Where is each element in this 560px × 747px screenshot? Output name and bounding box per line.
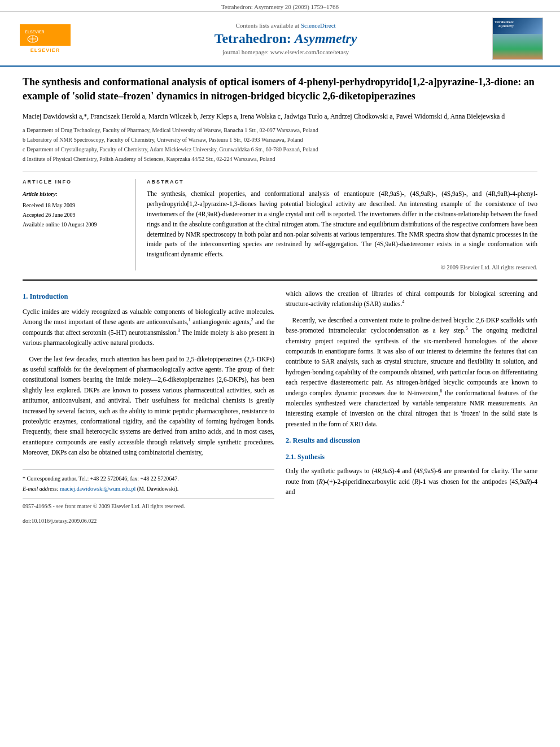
online-date: Available online 10 August 2009 [23, 221, 97, 228]
corresponding-author-note: * Corresponding author. Tel.: +48 22 572… [23, 474, 274, 483]
results-heading: 2. Results and discussion [286, 435, 537, 446]
copyright: © 2009 Elsevier Ltd. All rights reserved… [147, 264, 537, 270]
synthesis-para-1: Only the synthetic pathways to (4R,9aS)-… [286, 466, 537, 497]
journal-cover-area: Tetrahedron:Asymmetry [492, 18, 549, 60]
svg-text:ELSEVIER: ELSEVIER [25, 30, 45, 34]
issn-text: 0957-4166/$ - see front matter © 2009 El… [23, 502, 274, 511]
contents-line: Contents lists available at ScienceDirec… [79, 22, 492, 29]
elsevier-logo-area: ELSEVIER ELSEVIER [11, 24, 79, 53]
received-date: Received 18 May 2009 [23, 202, 75, 208]
svg-rect-0 [21, 25, 69, 45]
body-content: 1. Introduction Cyclic imides are widely… [23, 279, 537, 531]
article-history: Article history: Received 18 May 2009 Ac… [23, 189, 126, 229]
journal-homepage: journal homepage: www.elsevier.com/locat… [79, 49, 492, 55]
citation-text: Tetrahedron: Asymmetry 20 (2009) 1759–17… [221, 3, 339, 10]
page: Tetrahedron: Asymmetry 20 (2009) 1759–17… [0, 0, 560, 747]
revised-date: Accepted 26 June 2009 [23, 212, 76, 218]
elsevier-box: ELSEVIER [20, 24, 71, 46]
abstract-text: The synthesis, chemical properties, and … [147, 189, 537, 260]
affiliations: a Department of Drug Technology, Faculty… [23, 126, 537, 164]
article-info-label: ARTICLE INFO [23, 179, 126, 185]
intro-para-1: Cyclic imides are widely recognized as v… [23, 307, 274, 348]
email-author: (M. Dawidowski). [137, 486, 179, 492]
issn-line: 0957-4166/$ - see front matter © 2009 El… [23, 498, 274, 526]
body-col-left: 1. Introduction Cyclic imides are widely… [23, 289, 274, 531]
elsevier-wordmark: ELSEVIER [30, 47, 60, 53]
article-info-abstract: ARTICLE INFO Article history: Received 1… [23, 172, 537, 270]
affiliation-d: d Institute of Physical Chemistry, Polis… [23, 155, 537, 164]
intro-para-right-1: which allows the creation of libraries o… [286, 289, 537, 309]
history-label: Article history: [23, 189, 126, 199]
article-content: The synthesis and conformational analysi… [0, 67, 560, 540]
journal-title: Tetrahedron: Asymmetry [79, 31, 492, 46]
footnote-area: * Corresponding author. Tel.: +48 22 572… [23, 469, 274, 493]
abstract-label: ABSTRACT [147, 179, 537, 185]
email-address[interactable]: maciej.dawidowski@wum.edu.pl [60, 486, 135, 492]
journal-title-area: Contents lists available at ScienceDirec… [79, 22, 492, 55]
citation-bar: Tetrahedron: Asymmetry 20 (2009) 1759–17… [0, 0, 560, 12]
cover-graphic [493, 34, 542, 59]
authors-text: Maciej Dawidowski a,*, Franciszek Herold… [23, 112, 505, 120]
body-col-right: which allows the creation of libraries o… [286, 289, 537, 531]
cover-title: Tetrahedron:Asymmetry [495, 20, 514, 28]
intro-para-right-2: Recently, we described a convenient rout… [286, 315, 537, 429]
contents-label: Contents lists available at [235, 22, 299, 29]
abstract-col: ABSTRACT The synthesis, chemical propert… [147, 179, 537, 270]
elsevier-logo: ELSEVIER ELSEVIER [11, 24, 79, 53]
intro-heading: 1. Introduction [23, 291, 274, 302]
intro-para-2: Over the last few decades, much attentio… [23, 354, 274, 458]
affiliation-c: c Department of Crystallography, Faculty… [23, 145, 537, 154]
journal-title-prefix: Tetrahedron: [215, 31, 295, 46]
article-title: The synthesis and conformational analysi… [23, 75, 537, 103]
journal-cover-image: Tetrahedron:Asymmetry [492, 18, 543, 60]
journal-title-italic: Asymmetry [295, 31, 357, 46]
article-info-col: ARTICLE INFO Article history: Received 1… [23, 179, 135, 270]
doi-text: doi:10.1016/j.tetasy.2009.06.022 [23, 517, 274, 526]
synthesis-heading: 2.1. Synthesis [286, 452, 537, 462]
email-label: E-mail address: [23, 486, 59, 492]
affiliation-b: b Laboratory of NMR Spectroscopy, Facult… [23, 136, 537, 145]
sciencedirect-link[interactable]: ScienceDirect [301, 22, 336, 29]
email-note: E-mail address: maciej.dawidowski@wum.ed… [23, 484, 274, 493]
journal-header: ELSEVIER ELSEVIER Contents lists availab… [0, 12, 560, 67]
affiliation-a: a Department of Drug Technology, Faculty… [23, 126, 537, 135]
authors: Maciej Dawidowski a,*, Franciszek Herold… [23, 111, 537, 121]
